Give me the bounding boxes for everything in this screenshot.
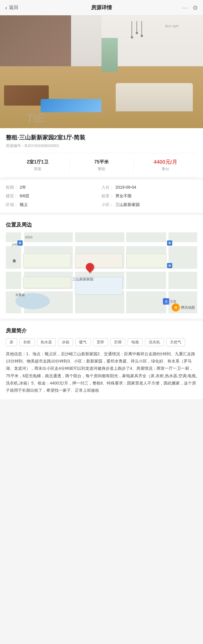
rental-type-value: 整租 [70,166,133,172]
property-id: 房源编号：BJSY201908020001 [6,143,197,148]
room-sofa [116,83,193,111]
tag-item: 宽带 [93,338,108,346]
tags-row: 床衣柜热水器冰箱暖气宽带空调电视洗衣机天然气 [6,338,197,346]
map-road-v2 [73,232,75,313]
back-button[interactable]: ‹ 返回 [5,4,18,11]
tag-item: 洗衣机 [145,338,164,346]
map-road-label-x020: X020 [25,235,32,239]
tag-item: 冰箱 [58,338,73,346]
more-icon[interactable]: ··· [182,4,189,11]
property-image: Born light TtE [0,15,203,128]
map-bg: X020 ⊞ ⊞ ⊞ 裕丰路 沙吧 三山新新家园 水青庭 [6,232,197,313]
header-actions: ··· ⊙ [182,4,198,11]
rooms-value: 2室1厅1卫 [6,159,69,165]
map-pin [86,263,94,273]
region-label: 区域： [6,202,18,207]
map-pin-head [84,262,96,273]
map-block-4 [23,277,71,288]
payment-value: 季付 [134,167,197,172]
map-community-label: 三山新新家园 [72,277,93,282]
info-grid: 2室1厅1卫 简装 75平米 整租 4400元/月 季付 [6,153,197,177]
tag-item: 电视 [128,338,143,346]
map-road-v4 [124,232,126,313]
tag-item: 衣柜 [19,338,35,346]
floor-value: 6/6层 [20,194,29,199]
map-icon-2: ⊞ [167,240,172,246]
floor-col: 楼层： 6/6层 [6,194,102,199]
tencent-icon: 腾 [172,303,180,312]
content-area: 整租·三山新新家园2室1厅-简装 房源编号：BJSY201908020001 2… [0,128,203,177]
map-road-h2 [6,269,197,272]
community-value: 三山新新家园 [115,202,140,207]
rental-period-value: 2年 [20,185,26,190]
map-block-1 [23,253,71,268]
community-col: 小区： 三山新新家园 [102,202,197,207]
decoration-value: 简装 [6,166,69,172]
decorative-lights [131,21,142,38]
checkin-label: 入住： [102,185,114,190]
map-block-2 [75,253,123,268]
map-block-3 [126,253,167,268]
room-fridge [102,38,118,72]
property-title: 整租·三山新新家园2室1厅-简装 [6,133,197,141]
top-left-label: 沙吧 [6,243,23,247]
room-rug [41,99,102,113]
info-cell-price: 4400元/月 季付 [133,159,197,172]
back-label: 返回 [9,5,18,11]
tenant-col: 租客： 男女不限 [102,194,197,199]
map-watermark: 腾 腾讯地图 [172,303,195,312]
map-container[interactable]: X020 ⊞ ⊞ ⊞ 裕丰路 沙吧 三山新新家园 水青庭 [6,232,197,313]
checkin-value: 2019-09-04 [115,185,136,189]
checkin-col: 入住： 2019-09-04 [102,185,197,190]
tag-item: 天然气 [166,338,185,346]
area-value: 75平米 [70,159,133,165]
location-section-header: 位置及周边 [6,220,197,228]
detail-row-3: 区域： 顺义 小区： 三山新新家园 [6,202,197,207]
baidu-icon: 百 [163,298,169,305]
description-text: 其他信息：1、地点：顺义区，后沙峪三山新新家园2、交通情况：距离中粮祥云走路8分… [6,350,197,394]
divider-3 [0,319,203,321]
rental-period-col: 租期： 2年 [6,185,102,190]
region-value: 顺义 [20,202,28,207]
intro-section: 房屋简介 床衣柜热水器冰箱暖气宽带空调电视洗衣机天然气 其他信息：1、地点：顺义… [0,321,203,399]
detail-row-2: 楼层： 6/6层 租客： 男女不限 [6,194,197,199]
divider-2 [0,213,203,215]
tag-item: 空调 [110,338,125,346]
floor-label: 楼层： [6,194,18,199]
tag-item: 床 [6,338,17,346]
community-label: 小区： [102,202,114,207]
intro-section-header: 房屋简介 [6,326,197,334]
tenant-label: 租客： [102,194,114,199]
divider-1 [0,177,203,180]
tag-item: 暖气 [75,338,90,346]
back-icon: ‹ [5,4,7,11]
tencent-label: 腾讯地图 [181,305,195,310]
map-water-label: 水青庭 [15,293,25,297]
tenant-value: 男女不限 [115,194,132,199]
region-col: 区域： 顺义 [6,202,102,207]
baidu-label: 百度 [170,299,176,304]
map-section: 位置及周边 X020 ⊞ ⊞ [0,215,203,319]
map-icon-3: ⊞ [167,263,172,268]
baidu-watermark: 百 百度 [163,298,176,305]
wall-text: Born light [165,24,179,28]
detail-section: 租期： 2年 入住： 2019-09-04 楼层： 6/6层 租客： 男女不限 … [0,180,203,213]
price-value: 4400元/月 [134,159,197,165]
rental-period-label: 租期： [6,185,18,190]
info-cell-area: 75平米 整租 [69,159,133,172]
tag-item: 热水器 [37,338,56,346]
camera-icon[interactable]: ⊙ [193,4,198,11]
page-title: 房源详情 [91,4,112,11]
header: ‹ 返回 房源详情 ··· ⊙ [0,0,203,15]
detail-row-1: 租期： 2年 入住： 2019-09-04 [6,185,197,190]
info-cell-rooms: 2室1厅1卫 简装 [6,159,69,172]
